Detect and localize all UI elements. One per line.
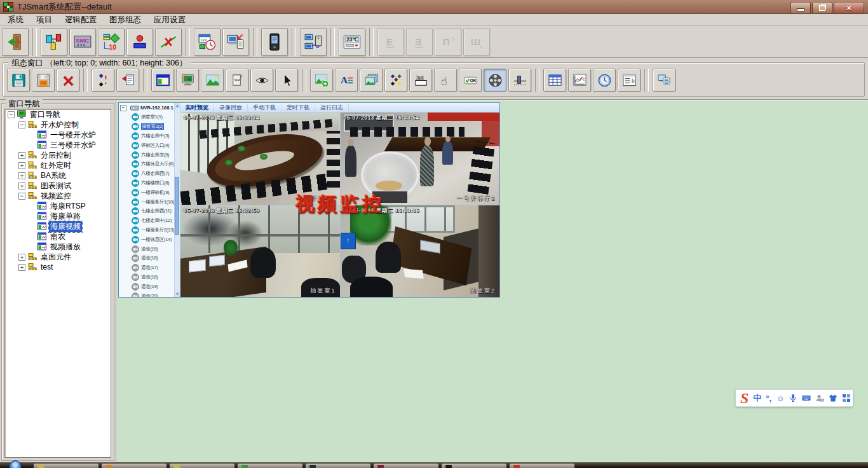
toolbox-icon[interactable] bbox=[842, 394, 851, 403]
tree-item[interactable]: −开水炉控制 bbox=[5, 120, 111, 130]
menu-item[interactable]: 系统 bbox=[1, 13, 30, 27]
tree-item[interactable]: 视频播放 bbox=[5, 242, 111, 252]
camera-item[interactable]: 六楼走廊中(3) bbox=[119, 132, 180, 141]
video-tab[interactable]: 运行日志 bbox=[315, 104, 349, 112]
tree-item[interactable]: +桌面元件 bbox=[5, 252, 111, 262]
tree-item[interactable]: 一号楼开水炉 bbox=[5, 130, 111, 140]
chart-line-button[interactable] bbox=[568, 69, 591, 92]
text-box-button[interactable]: Text bbox=[409, 69, 432, 92]
menu-item[interactable]: 应用设置 bbox=[147, 13, 192, 27]
cursor-button[interactable] bbox=[275, 69, 298, 92]
list-view-button[interactable] bbox=[618, 69, 641, 92]
network-link-button[interactable] bbox=[300, 28, 327, 56]
clock-gauge-button[interactable] bbox=[593, 69, 616, 92]
slider-control-button[interactable] bbox=[508, 69, 531, 92]
close-button[interactable]: × bbox=[834, 2, 864, 14]
thermostat-button[interactable]: 23℃ bbox=[339, 28, 365, 56]
tree-item[interactable]: +分层控制 bbox=[5, 150, 111, 160]
taskbar-button[interactable] bbox=[33, 463, 99, 468]
camera-item[interactable]: 一楼服务厅2(13) bbox=[119, 226, 180, 235]
video-tab[interactable]: 手动下载 bbox=[248, 104, 281, 112]
color-dots-button[interactable] bbox=[384, 69, 407, 92]
tree-item[interactable]: +红外定时 bbox=[5, 160, 111, 170]
camera-item[interactable]: 六楼走廊西(7) bbox=[119, 169, 180, 179]
taskbar-button[interactable] bbox=[237, 463, 303, 468]
window-new-button[interactable] bbox=[151, 69, 174, 92]
camera-item[interactable]: 六楼走廊东(5) bbox=[119, 150, 180, 160]
collapse-icon[interactable]: − bbox=[18, 193, 25, 200]
remote-desktop-button[interactable] bbox=[653, 69, 675, 92]
emoji-icon[interactable]: ☺ bbox=[776, 394, 784, 403]
expand-icon[interactable]: + bbox=[18, 172, 25, 179]
camera-item[interactable]: 通道(20) bbox=[119, 291, 180, 297]
disabled-pi-button[interactable]: Π bbox=[435, 28, 461, 56]
image-stack-button[interactable] bbox=[360, 69, 383, 92]
camera-item[interactable]: 一楼休息区(14) bbox=[119, 235, 180, 244]
camera-item[interactable]: 抽签室1(1) bbox=[119, 113, 180, 122]
camera-item[interactable]: 七楼走廊中(12) bbox=[119, 216, 180, 226]
camera-item[interactable]: 评标区入口(4) bbox=[119, 141, 180, 150]
tree-item[interactable]: +test bbox=[5, 262, 111, 272]
camera-item[interactable]: 通道(15) bbox=[119, 244, 180, 254]
scrollbar-thumb[interactable] bbox=[175, 177, 179, 235]
restore-button[interactable] bbox=[812, 2, 832, 14]
keyboard-icon[interactable] bbox=[802, 394, 811, 403]
menu-item[interactable]: 逻辑配置 bbox=[58, 13, 103, 27]
camera-item[interactable]: 一楼服务厅1(10) bbox=[119, 197, 180, 207]
taskbar-button[interactable] bbox=[373, 463, 439, 468]
disabled-e-button[interactable]: E bbox=[377, 28, 404, 56]
handheld-device-button[interactable] bbox=[261, 28, 288, 56]
paste-config-button[interactable] bbox=[116, 69, 139, 92]
camera-item[interactable]: 六楼休息大厅(6) bbox=[119, 160, 180, 169]
video-feed-4[interactable]: ↑ 05-07-2013 星期二 16:33:06 抽签室2 bbox=[341, 205, 500, 298]
tree-item[interactable]: 海康单路 bbox=[5, 211, 111, 221]
video-tab[interactable]: 录像回放 bbox=[214, 104, 248, 112]
account-icon[interactable]: 10 bbox=[815, 394, 824, 403]
expand-icon[interactable]: + bbox=[18, 264, 25, 271]
hand-pointer-button[interactable]: ☝ bbox=[434, 69, 457, 92]
camera-item[interactable]: 抽签室2(2) bbox=[119, 122, 180, 132]
save-button[interactable] bbox=[7, 69, 30, 92]
expand-icon[interactable]: + bbox=[18, 152, 25, 159]
video-tab[interactable]: 实时预览 bbox=[180, 104, 214, 112]
tree-item[interactable]: 南农 bbox=[5, 231, 111, 242]
exit-door-button[interactable] bbox=[2, 28, 29, 56]
video-feed-3[interactable]: 05-07-2013 星期二 16:32:59 抽签室1 bbox=[180, 205, 340, 298]
taskbar-button[interactable] bbox=[169, 463, 235, 468]
tree-item[interactable]: 海康RTSP bbox=[5, 201, 111, 211]
punctuation-icon[interactable]: °, bbox=[766, 394, 771, 403]
image-add-button[interactable] bbox=[310, 69, 333, 92]
tree-item[interactable]: −视频监控 bbox=[5, 191, 111, 201]
chinese-mode-icon[interactable]: 中 bbox=[753, 392, 761, 404]
tree-item[interactable]: 三号楼开水炉 bbox=[5, 140, 111, 150]
script-button[interactable]: <> bbox=[226, 69, 248, 92]
camera-item[interactable]: 通道(19) bbox=[119, 282, 180, 291]
film-reel-button[interactable] bbox=[484, 69, 506, 92]
expand-icon[interactable]: + bbox=[18, 254, 25, 261]
eye-button[interactable] bbox=[250, 69, 273, 92]
collapse-icon[interactable]: − bbox=[18, 121, 25, 128]
disabled-rev-e-button[interactable]: Ǝ bbox=[406, 28, 433, 56]
scroll-down-icon[interactable]: ▼ bbox=[175, 291, 180, 297]
smc-controller-button[interactable]: SMC bbox=[69, 28, 96, 56]
tree-item[interactable]: +BA系统 bbox=[5, 170, 111, 181]
image-button[interactable] bbox=[201, 69, 224, 92]
sogou-logo-icon[interactable]: S bbox=[740, 390, 749, 406]
tree-item[interactable]: +图表测试 bbox=[5, 181, 111, 191]
camera-item[interactable]: 通道(16) bbox=[119, 254, 180, 263]
tree-collapse-icon[interactable]: − bbox=[120, 105, 126, 111]
skin-icon[interactable] bbox=[829, 394, 837, 403]
tree-item[interactable]: −窗口导航 bbox=[5, 109, 111, 120]
delete-item-button[interactable] bbox=[57, 69, 79, 92]
device-config-button[interactable] bbox=[41, 28, 67, 56]
voice-icon[interactable] bbox=[789, 394, 797, 403]
nvr-device-node[interactable]: − NVR-192.168.1.65 bbox=[119, 103, 180, 113]
camera-item[interactable]: 通道(17) bbox=[119, 263, 180, 273]
menu-item[interactable]: 项目 bbox=[30, 13, 58, 27]
tree-item[interactable]: 海康视频 bbox=[5, 221, 111, 231]
expand-icon[interactable]: + bbox=[18, 182, 25, 189]
taskbar[interactable] bbox=[0, 462, 868, 468]
scroll-up-icon[interactable]: ▲ bbox=[175, 103, 180, 109]
expand-icon[interactable]: + bbox=[18, 162, 25, 169]
video-tab[interactable]: 定时下载 bbox=[281, 104, 315, 112]
